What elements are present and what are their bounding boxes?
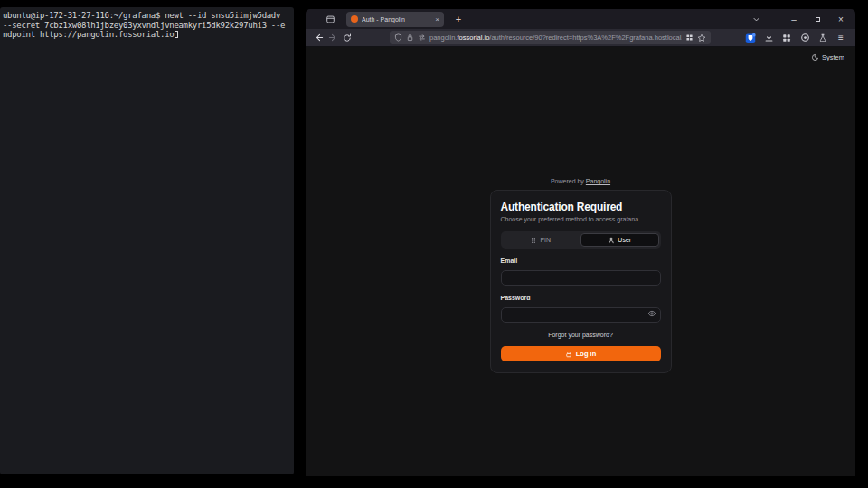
login-lock-icon bbox=[565, 351, 572, 358]
pangolin-favicon-icon bbox=[351, 15, 358, 23]
email-field[interactable] bbox=[501, 270, 661, 286]
terminal-window[interactable]: ubuntu@ip-172-31-27-116:~/grafana$ newt … bbox=[0, 7, 294, 474]
forward-button[interactable] bbox=[326, 31, 340, 45]
url-subdomain: pangolin. bbox=[429, 33, 457, 42]
browser-window: Auth - Pangolin × + – × pangolin.fossori bbox=[306, 9, 855, 476]
reload-button[interactable] bbox=[340, 31, 354, 45]
tab-close-button[interactable]: × bbox=[435, 15, 439, 23]
terminal-line: ndpoint https://pangolin.fossorial.io bbox=[3, 30, 291, 40]
email-field-wrap bbox=[501, 267, 661, 286]
card-subtitle: Choose your preferred method to access g… bbox=[501, 216, 661, 222]
url-text[interactable]: pangolin.fossorial.io/auth/resource/90?r… bbox=[429, 33, 682, 42]
userscript-extension-button[interactable] bbox=[816, 31, 830, 45]
minimize-button[interactable]: – bbox=[787, 12, 801, 26]
maximize-button[interactable] bbox=[810, 12, 825, 26]
tracking-protection-shield-icon bbox=[394, 33, 402, 42]
forward-arrow-icon bbox=[328, 33, 338, 42]
url-path: /auth/resource/90?redirect=https%3A%2F%2… bbox=[489, 33, 682, 42]
grid-extension-button[interactable] bbox=[779, 31, 794, 45]
browser-tab-auth-pangolin[interactable]: Auth - Pangolin × bbox=[346, 12, 444, 27]
password-label: Password bbox=[501, 295, 661, 301]
pangolin-link[interactable]: Pangolin bbox=[586, 178, 610, 184]
window-controls: – × bbox=[787, 12, 848, 26]
downloads-button[interactable] bbox=[761, 31, 776, 45]
firefox-view-icon bbox=[326, 14, 335, 24]
card-title: Authentication Required bbox=[501, 201, 661, 213]
moon-icon bbox=[811, 53, 819, 61]
grid-squares-icon[interactable] bbox=[685, 33, 693, 42]
flask-icon bbox=[818, 33, 827, 42]
bookmark-star-icon[interactable] bbox=[697, 33, 706, 42]
eye-icon bbox=[647, 309, 656, 318]
lock-icon bbox=[406, 33, 414, 42]
close-window-button[interactable]: × bbox=[834, 12, 848, 26]
terminal-line-text: ndpoint https://pangolin.fossorial.io bbox=[3, 30, 174, 39]
new-tab-button[interactable]: + bbox=[451, 12, 466, 26]
email-label: Email bbox=[501, 258, 661, 264]
password-manager-extension-button[interactable] bbox=[743, 31, 758, 45]
terminal-line: ubuntu@ip-172-31-27-116:~/grafana$ newt … bbox=[3, 11, 291, 21]
password-field[interactable] bbox=[501, 307, 661, 323]
login-button[interactable]: Log in bbox=[501, 346, 661, 361]
chevron-down-icon bbox=[752, 15, 760, 23]
back-arrow-icon bbox=[314, 33, 324, 42]
tab-user-label: User bbox=[618, 237, 631, 243]
url-bar[interactable]: pangolin.fossorial.io/auth/resource/90?r… bbox=[390, 31, 711, 44]
auth-section: Powered by Pangolin Authentication Requi… bbox=[306, 178, 855, 373]
four-squares-icon bbox=[782, 33, 791, 42]
bitwarden-shield-icon bbox=[745, 33, 756, 43]
auth-card: Authentication Required Choose your pref… bbox=[490, 190, 672, 373]
tab-title: Auth - Pangolin bbox=[362, 16, 431, 23]
toggle-password-visibility-button[interactable] bbox=[647, 309, 656, 318]
auth-method-tabs: PIN User bbox=[501, 231, 661, 249]
record-circle-icon bbox=[800, 33, 810, 42]
terminal-line: --secret 7cbz1xw08lh1jbzey03yxvndljvneam… bbox=[3, 21, 291, 31]
powered-by: Powered by Pangolin bbox=[551, 178, 610, 184]
browser-toolbar: pangolin.fossorial.io/auth/resource/90?r… bbox=[306, 29, 855, 47]
download-icon bbox=[764, 33, 774, 42]
tab-pin-label: PIN bbox=[540, 237, 551, 243]
tab-user[interactable]: User bbox=[580, 233, 659, 247]
maximize-icon bbox=[816, 17, 820, 22]
terminal-cursor bbox=[175, 31, 178, 38]
back-button[interactable] bbox=[311, 31, 326, 45]
pin-keypad-icon bbox=[530, 237, 537, 244]
firefox-view-button[interactable] bbox=[323, 12, 337, 26]
recorder-extension-button[interactable] bbox=[797, 31, 812, 45]
toolbar-extensions-area: ≡ bbox=[743, 31, 850, 45]
tab-bar: Auth - Pangolin × + – × bbox=[306, 9, 855, 29]
container-switch-arrows-icon bbox=[418, 33, 426, 42]
reload-icon bbox=[343, 33, 352, 42]
tab-pin[interactable]: PIN bbox=[503, 233, 580, 247]
page-content: System Powered by Pangolin Authenticatio… bbox=[306, 47, 855, 476]
url-domain: fossorial.io bbox=[457, 33, 489, 42]
theme-toggle-button[interactable]: System bbox=[811, 53, 844, 61]
menu-button[interactable]: ≡ bbox=[834, 31, 848, 45]
forgot-password-link[interactable]: Forgot your password? bbox=[501, 332, 661, 338]
powered-by-prefix: Powered by bbox=[551, 178, 584, 184]
theme-toggle-label: System bbox=[822, 53, 844, 61]
login-button-label: Log in bbox=[576, 350, 597, 358]
password-field-wrap bbox=[501, 305, 661, 323]
user-icon bbox=[608, 237, 615, 244]
list-tabs-button[interactable] bbox=[749, 12, 763, 26]
